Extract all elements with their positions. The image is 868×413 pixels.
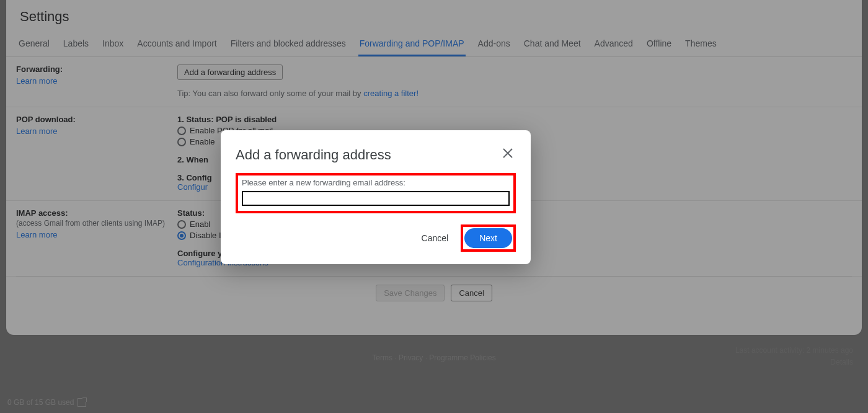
dialog-next-highlight: Next (461, 224, 516, 252)
dialog-header: Add a forwarding address (236, 145, 516, 164)
dialog-input-block: Please enter a new forwarding email addr… (236, 173, 516, 213)
add-forwarding-dialog: Add a forwarding address Please enter a … (221, 130, 531, 264)
dialog-prompt: Please enter a new forwarding email addr… (242, 178, 510, 187)
dialog-cancel-button[interactable]: Cancel (417, 228, 454, 248)
dialog-title: Add a forwarding address (236, 147, 391, 163)
dialog-next-button[interactable]: Next (464, 228, 512, 248)
forwarding-email-input[interactable] (242, 191, 510, 206)
close-icon[interactable] (500, 145, 516, 164)
dialog-actions: Cancel Next (236, 224, 516, 252)
